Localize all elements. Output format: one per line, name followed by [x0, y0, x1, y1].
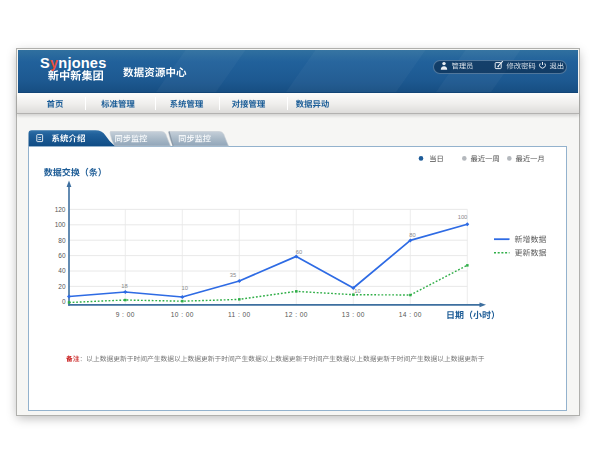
svg-text:10 : 00: 10 : 00 — [171, 311, 194, 318]
svg-text:100: 100 — [55, 221, 66, 228]
svg-text:14 : 00: 14 : 00 — [399, 311, 422, 318]
svg-text:60: 60 — [296, 249, 302, 255]
svg-text:80: 80 — [58, 237, 66, 244]
svg-text:11 : 00: 11 : 00 — [228, 311, 251, 318]
svg-text:10: 10 — [354, 288, 360, 294]
svg-text:35: 35 — [230, 272, 236, 278]
svg-text:10: 10 — [182, 285, 188, 291]
svg-text:100: 100 — [458, 214, 468, 220]
svg-text:9 : 00: 9 : 00 — [116, 311, 135, 318]
svg-text:60: 60 — [58, 252, 66, 259]
svg-text:80: 80 — [409, 232, 415, 238]
svg-text:12 : 00: 12 : 00 — [285, 311, 308, 318]
svg-text:18: 18 — [121, 283, 127, 289]
svg-text:13 : 00: 13 : 00 — [342, 311, 365, 318]
svg-text:0: 0 — [62, 298, 66, 305]
svg-text:20: 20 — [58, 283, 66, 290]
svg-text:120: 120 — [55, 206, 66, 213]
svg-text:40: 40 — [58, 267, 66, 274]
svg-text:Synjones: Synjones — [40, 55, 107, 71]
